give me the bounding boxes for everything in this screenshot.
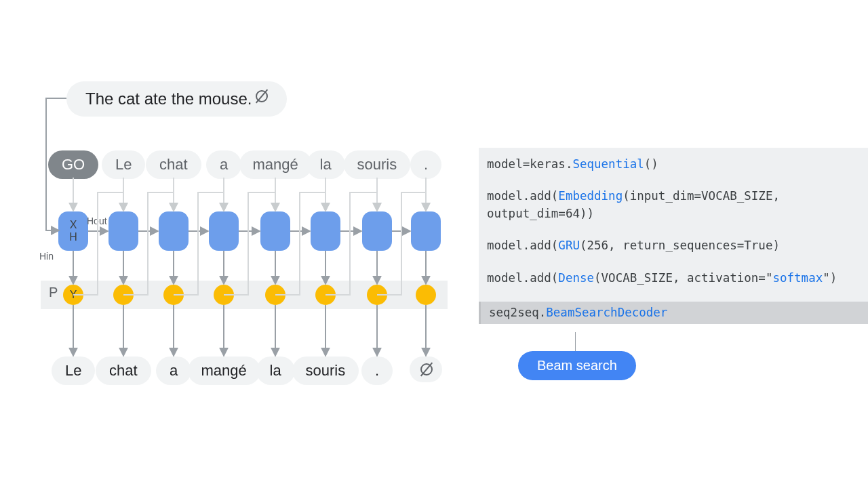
code-line: model.add(Dense(VOCAB_SIZE, activation="… xyxy=(487,270,860,287)
go-token: GO xyxy=(48,150,98,179)
output-node: Y xyxy=(63,285,83,305)
gru-cell xyxy=(362,211,392,251)
decoder-input-token: mangé xyxy=(239,150,312,179)
output-node xyxy=(214,285,234,305)
code-line: model.add(GRU(256, return_sequences=True… xyxy=(487,237,860,254)
decoder-input-token: a xyxy=(206,150,241,179)
output-node xyxy=(367,285,387,305)
decoder-input-token: chat xyxy=(146,150,201,179)
gru-cell xyxy=(159,211,189,251)
gru-cell xyxy=(311,211,340,251)
code-line: seq2seq.BeamSearchDecoder xyxy=(479,302,868,324)
beam-search-button[interactable]: Beam search xyxy=(518,351,636,380)
output-token: souris xyxy=(292,357,359,385)
output-node xyxy=(113,285,134,305)
output-token: a xyxy=(156,357,191,385)
slide-stage: The cat ate the mouse. GOLechatamangélas… xyxy=(0,0,868,488)
decoder-input-token: . xyxy=(410,150,441,179)
empty-set-icon xyxy=(420,363,433,375)
label-x: X xyxy=(70,219,77,231)
output-token: chat xyxy=(96,357,151,385)
gru-cell xyxy=(108,211,138,251)
label-p: P xyxy=(49,285,58,300)
gru-cell xyxy=(411,211,441,251)
output-node xyxy=(416,285,436,305)
beam-search-label: Beam search xyxy=(537,358,617,373)
input-sentence-bubble: The cat ate the mouse. xyxy=(66,81,287,117)
decoder-input-token: Le xyxy=(102,150,145,179)
output-token: . xyxy=(361,357,393,385)
code-line: model=keras.Sequential() xyxy=(487,156,860,173)
beam-connector-line xyxy=(575,332,576,351)
output-token: Le xyxy=(52,357,95,385)
empty-set-icon xyxy=(256,90,268,102)
decoder-input-token: souris xyxy=(344,150,411,179)
label-hin: Hin xyxy=(39,251,54,262)
output-token: la xyxy=(256,357,295,385)
gru-cell-xh: XH xyxy=(58,211,88,251)
input-sentence-text: The cat ate the mouse. xyxy=(85,89,252,108)
output-node xyxy=(315,285,336,305)
output-token xyxy=(410,357,442,382)
output-node xyxy=(163,285,184,305)
output-token: mangé xyxy=(188,357,260,385)
code-panel: model=keras.Sequential()model.add(Embedd… xyxy=(479,148,868,324)
gru-cell xyxy=(260,211,290,251)
label-h: H xyxy=(69,231,77,243)
output-node xyxy=(265,285,285,305)
label-hout: Hout xyxy=(87,216,107,226)
decoder-input-token: la xyxy=(307,150,345,179)
gru-cell xyxy=(209,211,239,251)
code-line: model.add(Embedding(input_dim=VOCAB_SIZE… xyxy=(487,188,860,222)
